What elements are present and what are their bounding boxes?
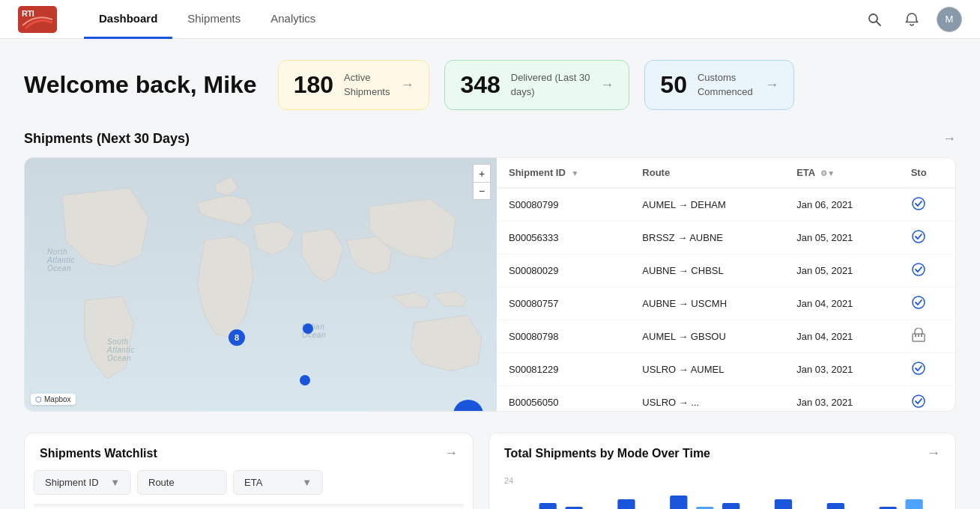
map-zoom-controls: + − [473, 164, 491, 200]
table-row[interactable]: B00056050 USLRO → ... Jan 03, 2021 [497, 386, 955, 412]
nav-actions: M [862, 7, 962, 32]
table-row[interactable]: B00056333 BRSSZ → AUBNE Jan 05, 2021 [497, 222, 955, 254]
shipments-section: Shipments (Next 30 Days) → [24, 131, 956, 412]
sort-icon: ▼ [571, 169, 578, 177]
chart-y-value: 24 [504, 476, 940, 485]
svg-rect-9 [921, 334, 922, 337]
watchlist-panel: Shipments Watchlist → Shipment ID ▼ Rout… [24, 433, 474, 509]
stat-card-delivered[interactable]: 348 Delivered (Last 30 days) → [444, 60, 629, 110]
cell-eta: Jan 03, 2021 [784, 353, 898, 386]
user-avatar[interactable]: M [937, 7, 962, 32]
stat-active-arrow: → [400, 77, 414, 93]
watchlist-title: Shipments Watchlist [40, 447, 157, 460]
table-row[interactable]: S00080798 AUMEL → GBSOU Jan 04, 2021 [497, 320, 955, 353]
cell-eta: Jan 04, 2021 [784, 320, 898, 353]
cell-shipment-id: S00080798 [497, 320, 630, 353]
watchlist-col-eta[interactable]: ETA ▼ [233, 470, 323, 495]
svg-rect-28 [905, 499, 922, 509]
cell-shipment-id: S00080757 [497, 287, 630, 320]
watchlist-scrollbar-hint [34, 504, 464, 509]
cell-status [899, 353, 955, 386]
search-icon [867, 12, 882, 27]
cell-route: AUBNE → CHBSL [630, 254, 784, 287]
cell-route: BRSSZ → AUBNE [630, 222, 784, 254]
svg-point-4 [913, 263, 925, 275]
cell-shipment-id: B00056333 [497, 222, 630, 254]
stat-delivered-arrow: → [600, 77, 614, 93]
chart-header: Total Shipments by Mode Over Time → [489, 433, 955, 470]
shipments-section-arrow[interactable]: → [943, 131, 956, 147]
stat-active-number: 180 [294, 71, 333, 99]
map-pin-africa-north[interactable] [300, 375, 310, 385]
cell-status [899, 287, 955, 320]
table-row[interactable]: S00080757 AUBNE → USCMH Jan 04, 2021 [497, 287, 955, 320]
map-zoom-out[interactable]: − [473, 182, 491, 200]
logo-graphic [22, 10, 52, 31]
avatar-initial: M [946, 13, 954, 25]
table-row[interactable]: S00081229 USLRO → AUMEL Jan 03, 2021 [497, 353, 955, 386]
col-route[interactable]: Route [630, 158, 784, 188]
cell-eta: Jan 06, 2021 [784, 188, 898, 222]
stat-customs-label: Customs Commenced [698, 71, 753, 98]
svg-point-3 [913, 231, 925, 243]
svg-rect-8 [918, 334, 919, 337]
svg-point-5 [913, 296, 925, 308]
cell-route: USLRO → ... [630, 386, 784, 412]
notification-icon-btn[interactable] [899, 7, 925, 32]
col-status: Sto [899, 158, 955, 188]
map-pin-europe[interactable] [303, 323, 313, 334]
nav-link-dashboard[interactable]: Dashboard [84, 0, 172, 39]
stat-card-active[interactable]: 180 Active Shipments → [278, 60, 430, 110]
navbar: RTI Dashboard Shipments Analytics M [0, 0, 980, 39]
table-row[interactable]: S00080029 AUBNE → CHBSL Jan 05, 2021 [497, 254, 955, 287]
cell-shipment-id: B00056050 [497, 386, 630, 412]
stat-customs-number: 50 [660, 71, 687, 99]
cell-shipment-id: S00080029 [497, 254, 630, 287]
cell-status [899, 222, 955, 254]
map-landmass-svg [25, 158, 497, 411]
cell-route: USLRO → AUMEL [630, 353, 784, 386]
chart-arrow[interactable]: → [927, 445, 940, 461]
svg-rect-21 [722, 503, 739, 509]
stat-card-customs[interactable]: 50 Customs Commenced → [644, 60, 794, 110]
stat-active-label: Active Shipments [344, 71, 390, 98]
dropdown-arrow: ▼ [110, 477, 120, 488]
cell-shipment-id: S00081229 [497, 353, 630, 386]
svg-point-2 [913, 198, 925, 210]
svg-rect-25 [827, 503, 844, 509]
bell-icon [904, 12, 919, 27]
dropdown-arrow-eta: ▼ [302, 477, 312, 488]
watchlist-arrow[interactable]: → [444, 445, 458, 461]
svg-rect-14 [539, 503, 557, 509]
map-zoom-in[interactable]: + [473, 164, 491, 182]
table-row[interactable]: S00080799 AUMEL → DEHAM Jan 06, 2021 [497, 188, 955, 222]
watchlist-col-shipment-id[interactable]: Shipment ID ▼ [34, 470, 131, 495]
nav-link-analytics[interactable]: Analytics [255, 0, 330, 39]
col-shipment-id[interactable]: Shipment ID ▼ [497, 158, 630, 188]
welcome-title: Welcome back, Mike [24, 71, 257, 99]
nav-logo[interactable]: RTI [18, 6, 57, 33]
map-pin-8[interactable]: 8 [229, 329, 245, 346]
svg-point-0 [869, 14, 877, 22]
main-content: Welcome back, Mike 180 Active Shipments … [0, 39, 980, 509]
stat-delivered-label: Delivered (Last 30 days) [511, 71, 590, 98]
mapbox-logo: ⬡ Mapbox [31, 394, 76, 405]
watchlist-table-headers: Shipment ID ▼ Route ETA ▼ [25, 470, 473, 504]
cell-status [899, 386, 955, 412]
nav-link-shipments[interactable]: Shipments [172, 0, 255, 39]
bottom-row: Shipments Watchlist → Shipment ID ▼ Rout… [24, 433, 956, 509]
stat-delivered-number: 348 [460, 71, 500, 99]
shipments-section-title: Shipments (Next 30 Days) [24, 131, 190, 147]
svg-rect-17 [617, 499, 635, 509]
col-eta[interactable]: ETA ⚙▼ [784, 158, 898, 188]
cell-eta: Jan 03, 2021 [784, 386, 898, 412]
shipments-header: Shipments (Next 30 Days) → [24, 131, 956, 147]
chart-panel: Total Shipments by Mode Over Time → 24 [489, 433, 956, 509]
watchlist-col-route[interactable]: Route [137, 470, 227, 495]
chart-area: 24 [489, 470, 955, 509]
map-background: NorthAtlanticOcean IndianOcean SouthAtla… [25, 158, 497, 411]
cell-route: AUMEL → DEHAM [630, 188, 784, 222]
cell-route: AUMEL → GBSOU [630, 320, 784, 353]
cell-eta: Jan 04, 2021 [784, 287, 898, 320]
search-icon-btn[interactable] [862, 7, 887, 32]
